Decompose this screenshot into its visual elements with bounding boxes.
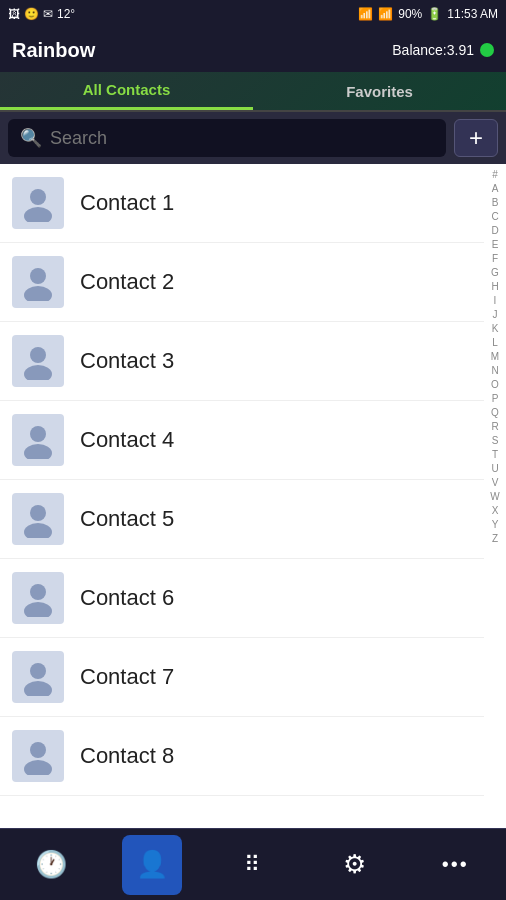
clock: 11:53 AM bbox=[447, 7, 498, 21]
gear-icon: ⚙ bbox=[343, 849, 366, 880]
alpha-index-letter[interactable]: K bbox=[492, 322, 499, 336]
svg-point-12 bbox=[30, 663, 46, 679]
list-item[interactable]: Contact 6 bbox=[0, 559, 484, 638]
more-icon: ••• bbox=[442, 853, 469, 876]
alpha-index-letter[interactable]: U bbox=[491, 462, 498, 476]
smiley-icon: 🙂 bbox=[24, 7, 39, 21]
tab-bar: All Contacts Favorites bbox=[0, 72, 506, 112]
avatar bbox=[12, 572, 64, 624]
alpha-index-letter[interactable]: S bbox=[492, 434, 499, 448]
contact-name: Contact 3 bbox=[80, 348, 174, 374]
alpha-index-letter[interactable]: Y bbox=[492, 518, 499, 532]
svg-point-7 bbox=[24, 444, 52, 459]
avatar bbox=[12, 651, 64, 703]
list-item[interactable]: Contact 3 bbox=[0, 322, 484, 401]
contact-name: Contact 1 bbox=[80, 190, 174, 216]
tab-all-contacts[interactable]: All Contacts bbox=[0, 72, 253, 110]
contact-name: Contact 8 bbox=[80, 743, 174, 769]
app-header: Rainbow Balance:3.91 bbox=[0, 28, 506, 72]
nav-more[interactable]: ••• bbox=[425, 835, 485, 895]
alpha-index-letter[interactable]: P bbox=[492, 392, 499, 406]
avatar bbox=[12, 256, 64, 308]
alpha-index-letter[interactable]: O bbox=[491, 378, 499, 392]
alpha-index-letter[interactable]: A bbox=[492, 182, 499, 196]
svg-point-6 bbox=[30, 426, 46, 442]
balance-area: Balance:3.91 bbox=[392, 42, 494, 58]
search-icon: 🔍 bbox=[20, 127, 42, 149]
list-item[interactable]: Contact 4 bbox=[0, 401, 484, 480]
alpha-index-letter[interactable]: Q bbox=[491, 406, 499, 420]
alpha-index-letter[interactable]: T bbox=[492, 448, 498, 462]
balance-text: Balance:3.91 bbox=[392, 42, 474, 58]
nav-dialpad[interactable]: ⠿ bbox=[223, 835, 283, 895]
alpha-index-letter[interactable]: W bbox=[490, 490, 499, 504]
alpha-index-letter[interactable]: H bbox=[491, 280, 498, 294]
list-item[interactable]: Contact 1 bbox=[0, 164, 484, 243]
dialpad-icon: ⠿ bbox=[244, 852, 262, 878]
svg-point-11 bbox=[24, 602, 52, 617]
avatar bbox=[12, 493, 64, 545]
svg-point-13 bbox=[24, 681, 52, 696]
avatar bbox=[12, 730, 64, 782]
status-right: 📶 📶 90% 🔋 11:53 AM bbox=[358, 7, 498, 21]
alpha-index-letter[interactable]: # bbox=[492, 168, 498, 182]
svg-point-14 bbox=[30, 742, 46, 758]
avatar bbox=[12, 177, 64, 229]
search-input-wrapper: 🔍 bbox=[8, 119, 446, 157]
alpha-index-letter[interactable]: R bbox=[491, 420, 498, 434]
avatar bbox=[12, 414, 64, 466]
list-item[interactable]: Contact 2 bbox=[0, 243, 484, 322]
person-icon: 👤 bbox=[136, 849, 168, 880]
temperature: 12° bbox=[57, 7, 75, 21]
svg-point-5 bbox=[24, 365, 52, 380]
alpha-index-letter[interactable]: C bbox=[491, 210, 498, 224]
alpha-index-letter[interactable]: N bbox=[491, 364, 498, 378]
contact-name: Contact 4 bbox=[80, 427, 174, 453]
status-bar: 🖼 🙂 ✉ 12° 📶 📶 90% 🔋 11:53 AM bbox=[0, 0, 506, 28]
svg-point-0 bbox=[30, 189, 46, 205]
alpha-index-letter[interactable]: M bbox=[491, 350, 499, 364]
alpha-index: #ABCDEFGHIJKLMNOPQRSTUVWXYZ bbox=[484, 164, 506, 828]
list-item[interactable]: Contact 5 bbox=[0, 480, 484, 559]
svg-point-3 bbox=[24, 286, 52, 301]
battery-level: 90% bbox=[398, 7, 422, 21]
nav-history[interactable]: 🕐 bbox=[21, 835, 81, 895]
contact-name: Contact 6 bbox=[80, 585, 174, 611]
gallery-icon: 🖼 bbox=[8, 7, 20, 21]
contacts-area: Contact 1 Contact 2 Contact 3 Contact 4 bbox=[0, 164, 506, 828]
add-contact-button[interactable]: + bbox=[454, 119, 498, 157]
nav-contacts[interactable]: 👤 bbox=[122, 835, 182, 895]
alpha-index-letter[interactable]: X bbox=[492, 504, 499, 518]
search-bar: 🔍 + bbox=[0, 112, 506, 164]
alpha-index-letter[interactable]: Z bbox=[492, 532, 498, 546]
alpha-index-letter[interactable]: D bbox=[491, 224, 498, 238]
svg-point-8 bbox=[30, 505, 46, 521]
clock-icon: 🕐 bbox=[35, 849, 67, 880]
svg-point-4 bbox=[30, 347, 46, 363]
alpha-index-letter[interactable]: L bbox=[492, 336, 498, 350]
tab-favorites[interactable]: Favorites bbox=[253, 72, 506, 110]
search-input[interactable] bbox=[50, 128, 434, 149]
bottom-nav: 🕐 👤 ⠿ ⚙ ••• bbox=[0, 828, 506, 900]
list-item[interactable]: Contact 7 bbox=[0, 638, 484, 717]
app-title: Rainbow bbox=[12, 39, 95, 62]
alpha-index-letter[interactable]: E bbox=[492, 238, 499, 252]
alpha-index-letter[interactable]: F bbox=[492, 252, 498, 266]
svg-point-2 bbox=[30, 268, 46, 284]
svg-point-9 bbox=[24, 523, 52, 538]
nav-settings[interactable]: ⚙ bbox=[324, 835, 384, 895]
contact-name: Contact 2 bbox=[80, 269, 174, 295]
svg-point-1 bbox=[24, 207, 52, 222]
signal-icon: 📶 bbox=[378, 7, 393, 21]
alpha-index-letter[interactable]: G bbox=[491, 266, 499, 280]
contact-name: Contact 5 bbox=[80, 506, 174, 532]
alpha-index-letter[interactable]: V bbox=[492, 476, 499, 490]
email-icon: ✉ bbox=[43, 7, 53, 21]
list-item[interactable]: Contact 8 bbox=[0, 717, 484, 796]
plus-icon: + bbox=[469, 124, 483, 152]
avatar bbox=[12, 335, 64, 387]
alpha-index-letter[interactable]: J bbox=[493, 308, 498, 322]
alpha-index-letter[interactable]: I bbox=[494, 294, 497, 308]
contact-name: Contact 7 bbox=[80, 664, 174, 690]
alpha-index-letter[interactable]: B bbox=[492, 196, 499, 210]
